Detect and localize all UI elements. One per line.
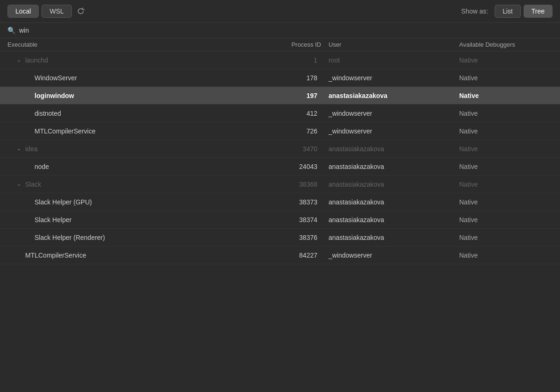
exe-cell: ⌄ idea <box>7 145 254 153</box>
user-cell: anastasiakazakova <box>329 234 459 241</box>
table-row[interactable]: distnoted 412 _windowserver Native <box>0 105 560 122</box>
debugger-cell: Native <box>459 92 553 99</box>
exe-name: idea <box>25 145 37 153</box>
exe-cell: ⌄ Slack <box>7 181 254 188</box>
exe-name: Slack Helper (Renderer) <box>35 234 105 241</box>
exe-name: MTLCompilerService <box>25 252 86 259</box>
pid-cell: 197 <box>254 92 329 99</box>
table-row[interactable]: node 24043 anastasiakazakova Native <box>0 158 560 175</box>
table-row[interactable]: ⌄ idea 3470 anastasiakazakova Native <box>0 140 560 158</box>
chevron-icon: ⌄ <box>17 57 23 63</box>
table-row[interactable]: Slack Helper (Renderer) 38376 anastasiak… <box>0 229 560 246</box>
debugger-cell: Native <box>459 252 553 259</box>
exe-cell: MTLCompilerService <box>7 127 254 135</box>
exe-cell: Slack Helper (GPU) <box>7 198 254 206</box>
refresh-button[interactable] <box>77 7 85 15</box>
user-cell: anastasiakazakova <box>329 216 459 224</box>
debugger-cell: Native <box>459 234 553 241</box>
exe-name: distnoted <box>35 110 61 117</box>
pid-cell: 3470 <box>254 145 329 153</box>
list-view-button[interactable]: List <box>495 5 521 18</box>
exe-name: loginwindow <box>35 92 74 99</box>
table-row[interactable]: ⌄ Slack 38368 anastasiakazakova Native <box>0 175 560 193</box>
table-row[interactable]: ⌄ launchd 1 root Native <box>0 51 560 69</box>
exe-cell: Slack Helper (Renderer) <box>7 234 254 241</box>
debugger-cell: Native <box>459 163 553 170</box>
debugger-cell: Native <box>459 74 553 82</box>
debugger-cell: Native <box>459 110 553 117</box>
table-row[interactable]: MTLCompilerService 84227 _windowserver N… <box>0 246 560 264</box>
pid-cell: 1 <box>254 56 329 64</box>
toolbar: Local WSL Show as: List Tree <box>0 0 560 23</box>
pid-cell: 178 <box>254 74 329 82</box>
user-cell: _windowserver <box>329 127 459 135</box>
table-body: ⌄ launchd 1 root Native WindowServer 178… <box>0 51 560 264</box>
refresh-icon <box>77 7 85 15</box>
exe-cell: distnoted <box>7 110 254 117</box>
user-cell: anastasiakazakova <box>329 198 459 206</box>
user-cell: _windowserver <box>329 74 459 82</box>
pid-cell: 38373 <box>254 198 329 206</box>
pid-cell: 24043 <box>254 163 329 170</box>
col-header-pid: Process ID <box>254 41 329 48</box>
table-row[interactable]: loginwindow 197 anastasiakazakova Native <box>0 87 560 105</box>
exe-name: node <box>35 163 49 170</box>
show-as-label: Show as: <box>461 7 488 15</box>
exe-name: Slack Helper (GPU) <box>35 198 92 206</box>
col-header-executable: Executable <box>7 41 254 48</box>
pid-cell: 412 <box>254 110 329 117</box>
debugger-cell: Native <box>459 216 553 224</box>
exe-cell: Slack Helper <box>7 216 254 224</box>
search-bar: 🔍 <box>0 23 560 38</box>
col-header-debuggers: Available Debuggers <box>459 41 553 48</box>
exe-name: Slack Helper <box>35 216 71 224</box>
exe-cell: loginwindow <box>7 92 254 99</box>
user-cell: _windowserver <box>329 110 459 117</box>
pid-cell: 38374 <box>254 216 329 224</box>
table-row[interactable]: MTLCompilerService 726 _windowserver Nat… <box>0 122 560 140</box>
debugger-cell: Native <box>459 181 553 188</box>
user-cell: anastasiakazakova <box>329 181 459 188</box>
pid-cell: 84227 <box>254 252 329 259</box>
exe-name: MTLCompilerService <box>35 127 96 135</box>
pid-cell: 38376 <box>254 234 329 241</box>
user-cell: anastasiakazakova <box>329 145 459 153</box>
local-button[interactable]: Local <box>7 5 39 18</box>
exe-cell: ⌄ launchd <box>7 56 254 64</box>
user-cell: anastasiakazakova <box>329 163 459 170</box>
exe-name: Slack <box>25 181 41 188</box>
search-icon: 🔍 <box>7 27 15 34</box>
debugger-cell: Native <box>459 145 553 153</box>
table-header: Executable Process ID User Available Deb… <box>0 38 560 51</box>
user-cell: anastasiakazakova <box>329 92 459 99</box>
exe-cell: WindowServer <box>7 74 254 82</box>
user-cell: root <box>329 56 459 64</box>
chevron-icon: ⌄ <box>17 146 23 152</box>
chevron-icon: ⌄ <box>17 181 23 187</box>
col-header-user: User <box>329 41 459 48</box>
pid-cell: 38368 <box>254 181 329 188</box>
exe-name: WindowServer <box>35 74 77 82</box>
exe-cell: MTLCompilerService <box>7 252 254 259</box>
table-row[interactable]: Slack Helper (GPU) 38373 anastasiakazako… <box>0 193 560 211</box>
debugger-cell: Native <box>459 198 553 206</box>
debugger-cell: Native <box>459 56 553 64</box>
table-row[interactable]: WindowServer 178 _windowserver Native <box>0 69 560 87</box>
pid-cell: 726 <box>254 127 329 135</box>
tree-view-button[interactable]: Tree <box>524 5 553 18</box>
search-input[interactable] <box>19 27 553 34</box>
wsl-button[interactable]: WSL <box>42 5 71 18</box>
table-row[interactable]: Slack Helper 38374 anastasiakazakova Nat… <box>0 211 560 229</box>
user-cell: _windowserver <box>329 252 459 259</box>
debugger-cell: Native <box>459 127 553 135</box>
exe-cell: node <box>7 163 254 170</box>
exe-name: launchd <box>25 56 48 64</box>
